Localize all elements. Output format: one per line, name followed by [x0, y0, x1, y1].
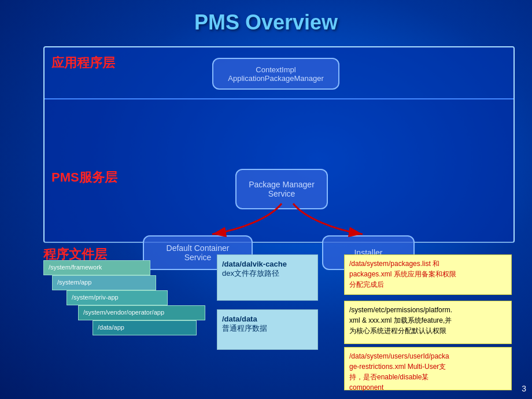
stack-priv-app: /system/priv-app [66, 290, 168, 305]
arrows-svg [137, 201, 420, 238]
pms-service-label: Package ManagerService [249, 180, 315, 198]
stack-framework: /system/framework [43, 260, 150, 275]
info-box-2-text: /system/etc/permissions/platform.xml & x… [349, 306, 452, 335]
data-data-box: /data/data 普通程序数据 [217, 309, 318, 350]
info-box-1-text: /data/system/packages.list 和packages.xml… [349, 260, 456, 289]
info-box-2: /system/etc/permissions/platform.xml & x… [344, 301, 512, 344]
data-cache-line1: /data/dalvik-cache [222, 260, 313, 268]
page-title: PMS Overview [0, 10, 532, 35]
app-layer-label: 应用程序层 [51, 54, 115, 72]
data-cache-box: /data/dalvik-cache dex文件存放路径 [217, 254, 318, 301]
data-data-line1: /data/data [222, 315, 313, 323]
data-cache-line2: dex文件存放路径 [222, 268, 313, 279]
stack-app: /system/app [52, 275, 156, 290]
info-box-1: /data/system/packages.list 和packages.xml… [344, 254, 512, 295]
pms-layer-label: PMS服务层 [51, 169, 117, 186]
info-box-3-text: /data/system/users/userId/package-restri… [349, 352, 449, 391]
file-stack: /system/framework /system/app /system/pr… [43, 254, 211, 359]
stack-data-app: /data/app [93, 320, 197, 335]
app-layer: 应用程序层 ContextImplApplicationPackageManag… [45, 47, 513, 99]
context-impl-label: ContextImplApplicationPackageManager [228, 65, 324, 83]
stack-vendor: /system/vendor/operator/app [78, 305, 205, 320]
page-number: 3 [522, 384, 526, 393]
pms-layer: PMS服务层 Package ManagerService Default Co… [45, 99, 513, 244]
context-impl-box: ContextImplApplicationPackageManager [212, 58, 339, 90]
info-box-3: /data/system/users/userId/package-restri… [344, 347, 512, 390]
diagram-area: 应用程序层 ContextImplApplicationPackageManag… [43, 46, 515, 243]
data-data-line2: 普通程序数据 [222, 323, 313, 334]
